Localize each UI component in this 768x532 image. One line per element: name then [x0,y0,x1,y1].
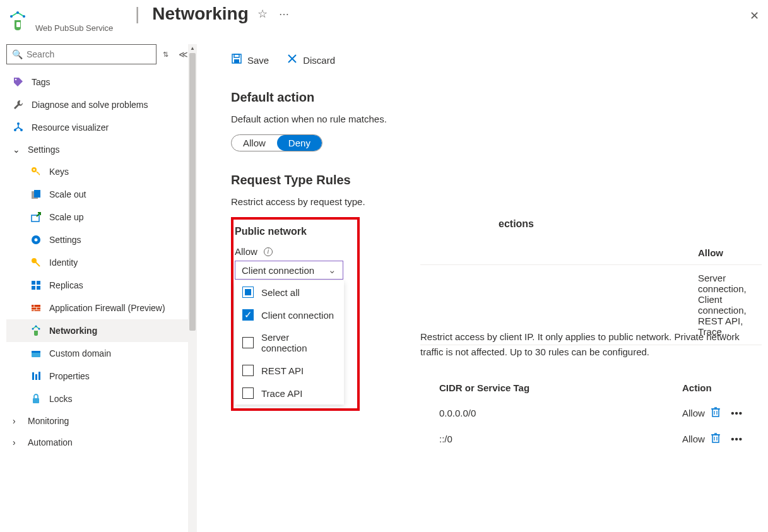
sidebar-item-diagnose[interactable]: Diagnose and solve problems [6,93,192,116]
properties-icon [30,370,42,382]
chevron-down-icon: ⌄ [13,145,20,155]
svg-rect-17 [37,281,40,285]
sidebar-item-label: Identity [49,257,78,268]
toggle-allow[interactable]: Allow [232,135,277,151]
sidebar-group-automation[interactable]: ›Automation [6,432,192,453]
sidebar-item-app-firewall[interactable]: Application Firewall (Preview) [6,297,192,319]
sidebar-item-label: Application Firewall (Preview) [49,303,165,313]
svg-rect-27 [35,374,37,380]
save-icon [231,53,242,68]
sidebar-item-keys[interactable]: Keys [6,160,192,183]
checkbox-unchecked-icon [242,387,254,399]
svg-rect-32 [234,59,239,63]
col-action: Action [682,382,743,393]
dropdown-option-trace-api[interactable]: Trace API [235,382,344,405]
cell-cidr: 0.0.0.0/0 [439,408,682,418]
default-action-toggle[interactable]: Allow Deny [231,134,322,151]
gear-icon [30,234,42,245]
svg-point-0 [10,15,13,18]
sidebar-item-custom-domain[interactable]: Custom domain [6,342,192,365]
firewall-icon [30,302,42,314]
wrench-icon [13,99,24,110]
info-icon[interactable]: i [264,247,273,256]
delete-icon[interactable] [711,432,721,446]
table-header-row: CIDR or Service Tag Action [420,376,762,400]
sidebar-scrollbar[interactable]: ▲ [188,44,197,532]
allow-dropdown-menu: Select all ✓Client connection Server con… [235,281,344,405]
svg-point-1 [23,15,25,18]
sidebar-item-scale-out[interactable]: Scale out [6,183,192,206]
table-row[interactable]: 0.0.0.0/0 Allow ••• [420,400,762,426]
search-input-wrapper[interactable]: 🔍 [6,44,157,64]
sidebar-item-resource-visualizer[interactable]: Resource visualizer [6,116,192,139]
sidebar-item-identity[interactable]: Identity [6,251,192,274]
page-title: Networking [152,4,248,24]
svg-point-23 [35,326,37,328]
scroll-up-arrow-icon[interactable]: ▲ [188,45,197,51]
delete-icon[interactable] [711,406,721,420]
cell-allow-value: Server connection, Client connection, RE… [698,273,762,337]
chevron-down-icon: ⌄ [328,264,336,276]
header-text-block: Web PubSub Service [35,11,113,33]
sidebar-item-tags[interactable]: Tags [6,71,192,93]
sidebar-item-label: Settings [28,145,60,155]
table-row[interactable]: ::/0 Allow ••• [420,426,762,452]
tag-icon [13,76,24,88]
search-input[interactable] [27,49,151,59]
key-icon [30,166,42,177]
lock-icon [30,393,42,405]
dropdown-option-server-connection[interactable]: Server connection [235,326,344,359]
discard-label: Discard [303,55,335,66]
dropdown-option-select-all[interactable]: Select all [235,281,344,304]
svg-rect-34 [712,435,719,442]
checkbox-partial-icon [242,287,254,298]
sidebar-group-settings[interactable]: ⌄Settings [6,139,192,160]
sidebar-item-networking[interactable]: Networking [6,319,192,342]
sidebar-item-label: Diagnose and solve problems [32,100,148,110]
sidebar-group-monitoring[interactable]: ›Monitoring [6,410,192,432]
public-network-heading: Public network [233,226,348,237]
svg-rect-31 [234,54,239,57]
sidebar-item-scale-up[interactable]: Scale up [6,206,192,228]
scale-out-icon [30,189,42,200]
sidebar-item-label: Locks [49,394,73,404]
svg-point-14 [35,239,38,242]
sidebar-item-label: Networking [49,326,97,336]
allow-dropdown[interactable]: Client connection ⌄ [235,261,343,280]
more-actions-icon[interactable]: ••• [731,408,743,418]
default-action-heading: Default action [231,90,762,105]
svg-point-21 [32,328,34,330]
dropdown-option-client-connection[interactable]: ✓Client connection [235,304,344,326]
svg-rect-25 [32,351,40,353]
svg-point-2 [16,11,19,14]
more-actions-icon[interactable]: ••• [731,434,743,444]
sidebar-item-replicas[interactable]: Replicas [6,274,192,297]
close-icon[interactable]: ✕ [750,9,759,23]
sidebar-item-label: Scale up [49,212,83,222]
chevron-right-icon: › [13,437,20,447]
svg-point-22 [38,328,40,330]
sidebar: 🔍 ⇅ ≪ Tags Diagnose and solve problems R… [0,38,197,532]
allow-label: Allow i [235,246,348,257]
domain-icon [30,348,42,359]
identity-icon [30,257,42,268]
discard-button[interactable]: Discard [287,53,335,68]
dropdown-value: Client connection [242,265,314,276]
sidebar-item-locks[interactable]: Locks [6,387,192,410]
public-network-highlight: Public network Allow i Client connection… [231,217,360,411]
save-button[interactable]: Save [231,53,269,68]
sidebar-item-properties[interactable]: Properties [6,365,192,387]
svg-point-5 [17,122,20,125]
scrollbar-thumb[interactable] [189,53,196,331]
default-action-desc: Default action when no rule matches. [231,114,762,124]
favorite-star-icon[interactable]: ☆ [257,7,268,21]
checkbox-checked-icon: ✓ [242,309,254,321]
sidebar-item-settings[interactable]: Settings [6,228,192,251]
expand-collapse-icon[interactable]: ⇅ [163,50,168,59]
cell-action: Allow [682,434,711,444]
svg-rect-28 [38,372,40,380]
more-menu-icon[interactable]: ⋯ [279,8,290,20]
save-label: Save [247,55,269,66]
toggle-deny[interactable]: Deny [277,135,322,151]
dropdown-option-rest-api[interactable]: REST API [235,359,344,382]
